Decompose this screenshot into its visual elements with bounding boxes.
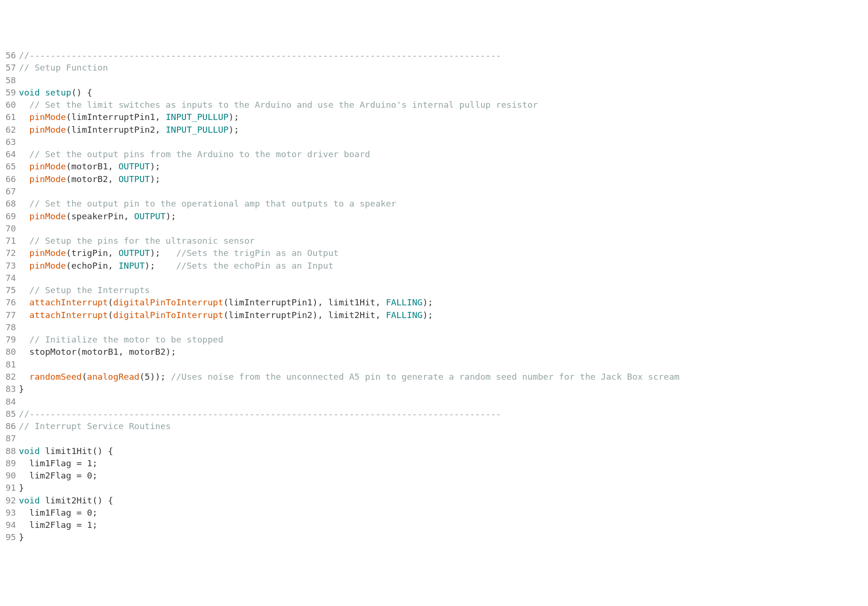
token-default: ); [150, 161, 160, 171]
token-func: randomSeed [29, 372, 81, 382]
line-number: 86 [0, 420, 16, 432]
code-line[interactable]: stopMotor(motorB1, motorB2); [19, 346, 868, 358]
line-number: 92 [0, 494, 16, 507]
token-default [40, 88, 45, 97]
token-default: ); [166, 211, 176, 221]
token-default [19, 211, 29, 221]
code-line[interactable]: attachInterrupt(digitalPinToInterrupt(li… [19, 296, 868, 309]
code-line[interactable]: // Set the output pin to the operational… [19, 198, 868, 210]
token-default: (echoPin, [66, 261, 118, 271]
code-line[interactable]: void limit2Hit() { [19, 494, 868, 507]
token-default: } [19, 384, 24, 394]
token-default: stopMotor(motorB1, motorB2); [19, 347, 176, 357]
token-default [19, 310, 29, 320]
code-line[interactable]: // Setup the Interrupts [19, 284, 868, 296]
code-line[interactable] [19, 136, 868, 148]
code-area[interactable]: //--------------------------------------… [18, 49, 868, 544]
code-line[interactable] [19, 223, 868, 235]
code-line[interactable] [19, 74, 868, 87]
code-line[interactable] [19, 272, 868, 284]
token-func: pinMode [29, 161, 66, 171]
token-default: ); [423, 310, 433, 320]
token-func: pinMode [29, 261, 66, 271]
code-line[interactable]: pinMode(limInterruptPin2, INPUT_PULLUP); [19, 124, 868, 136]
line-number: 73 [0, 260, 16, 272]
token-const: INPUT [119, 261, 145, 271]
token-default: ( [108, 297, 113, 307]
token-default: (limInterruptPin1), limit1Hit, [223, 297, 386, 307]
token-comment: // Set the output pin to the operational… [29, 199, 396, 208]
line-number: 69 [0, 210, 16, 223]
token-default [19, 125, 29, 135]
code-line[interactable] [19, 359, 868, 371]
code-line[interactable]: pinMode(motorB1, OUTPUT); [19, 160, 868, 173]
token-default [19, 335, 29, 344]
token-comment: //Uses noise from the unconnected A5 pin… [171, 372, 679, 382]
code-line[interactable]: // Set the limit switches as inputs to t… [19, 99, 868, 111]
token-comment: // Interrupt Service Routines [19, 421, 171, 431]
line-number: 85 [0, 408, 16, 420]
line-number: 56 [0, 49, 16, 62]
code-line[interactable]: // Set the output pins from the Arduino … [19, 148, 868, 160]
code-line[interactable]: //--------------------------------------… [19, 408, 868, 420]
line-number-gutter: 5657585960616263646566676869707172737475… [0, 49, 18, 544]
code-line[interactable]: void limit1Hit() { [19, 445, 868, 457]
line-number: 93 [0, 507, 16, 519]
token-comment: // Initialize the motor to be stopped [29, 335, 223, 344]
code-line[interactable]: randomSeed(analogRead(5)); //Uses noise … [19, 371, 868, 383]
line-number: 76 [0, 296, 16, 309]
code-line[interactable]: // Setup Function [19, 62, 868, 74]
line-number: 63 [0, 136, 16, 148]
code-line[interactable]: } [19, 482, 868, 494]
code-line[interactable] [19, 321, 868, 334]
line-number: 66 [0, 173, 16, 185]
code-line[interactable]: attachInterrupt(digitalPinToInterrupt(li… [19, 309, 868, 321]
token-default: (limInterruptPin2, [66, 125, 166, 135]
line-number: 61 [0, 111, 16, 123]
code-line[interactable] [19, 432, 868, 445]
token-default [19, 199, 29, 208]
code-line[interactable]: lim2Flag = 1; [19, 519, 868, 531]
token-default: ); [423, 297, 433, 307]
line-number: 60 [0, 99, 16, 111]
line-number: 91 [0, 482, 16, 494]
token-default [19, 248, 29, 258]
code-line[interactable]: void setup() { [19, 87, 868, 99]
token-default: limit1Hit() { [40, 446, 113, 456]
line-number: 68 [0, 198, 16, 210]
line-number: 77 [0, 309, 16, 321]
code-line[interactable]: } [19, 383, 868, 395]
line-number: 70 [0, 223, 16, 235]
line-number: 64 [0, 148, 16, 160]
code-line[interactable] [19, 185, 868, 198]
token-default: ); [150, 174, 160, 184]
line-number: 80 [0, 346, 16, 358]
code-line[interactable]: // Setup the pins for the ultrasonic sen… [19, 235, 868, 247]
code-line[interactable] [19, 396, 868, 408]
code-line[interactable]: pinMode(motorB2, OUTPUT); [19, 173, 868, 185]
token-default: lim2Flag = 1; [19, 520, 97, 530]
token-const: OUTPUT [119, 174, 150, 184]
code-line[interactable]: } [19, 531, 868, 543]
token-default [19, 112, 29, 122]
code-line[interactable]: lim2Flag = 0; [19, 470, 868, 482]
token-const: FALLING [386, 310, 423, 320]
token-default: ( [108, 310, 113, 320]
code-line[interactable]: pinMode(echoPin, INPUT); //Sets the echo… [19, 260, 868, 272]
code-line[interactable]: // Interrupt Service Routines [19, 420, 868, 432]
code-line[interactable]: lim1Flag = 0; [19, 507, 868, 519]
code-editor[interactable]: 5657585960616263646566676869707172737475… [0, 49, 868, 544]
line-number: 82 [0, 371, 16, 383]
code-line[interactable]: //--------------------------------------… [19, 49, 868, 62]
token-comment: // Set the limit switches as inputs to t… [29, 100, 538, 110]
code-line[interactable]: pinMode(limInterruptPin1, INPUT_PULLUP); [19, 111, 868, 123]
code-line[interactable]: pinMode(trigPin, OUTPUT); //Sets the tri… [19, 247, 868, 259]
token-const: OUTPUT [119, 161, 150, 171]
token-comment: // Setup the pins for the ultrasonic sen… [29, 236, 255, 246]
line-number: 67 [0, 185, 16, 198]
code-line[interactable]: pinMode(speakerPin, OUTPUT); [19, 210, 868, 223]
token-comment: // Setup the Interrupts [29, 285, 150, 295]
code-line[interactable]: lim1Flag = 1; [19, 457, 868, 470]
token-func: pinMode [29, 112, 66, 122]
code-line[interactable]: // Initialize the motor to be stopped [19, 334, 868, 346]
